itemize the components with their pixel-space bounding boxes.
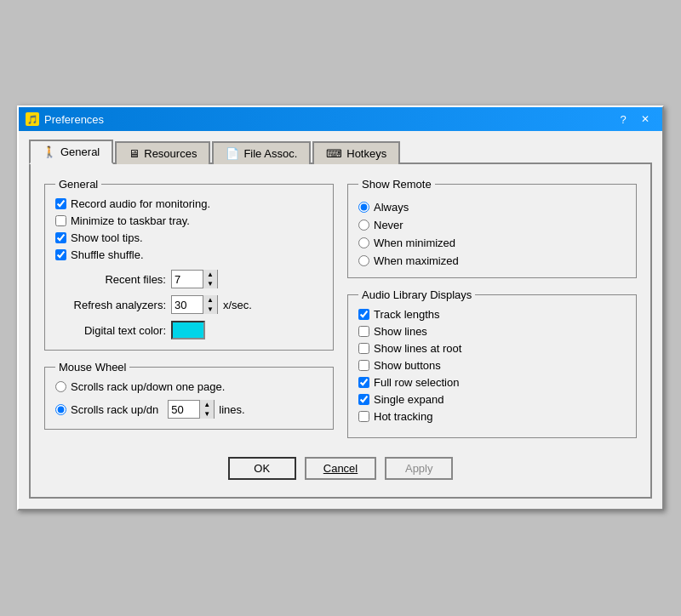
file-assoc-tab-icon: 📄 <box>226 147 239 160</box>
help-button[interactable]: ? <box>613 111 633 128</box>
lines-unit: lines. <box>219 403 244 416</box>
never-radio[interactable] <box>358 220 369 231</box>
recent-files-row: Recent files: ▲ ▼ <box>55 270 323 288</box>
show-lines-root-label: Show lines at root <box>374 342 461 355</box>
dialog-content: 🚶 General 🖥 Resources 📄 File Assoc. ⌨ Ho… <box>19 131 662 509</box>
scroll-page-row: Scrolls rack up/down one page. <box>55 380 323 393</box>
show-lines-row: Show lines <box>358 325 626 338</box>
apply-button[interactable]: Apply <box>385 457 453 480</box>
general-fieldset: General Record audio for monitoring. Min… <box>44 178 334 351</box>
resources-tab-icon: 🖥 <box>129 147 140 160</box>
show-buttons-row: Show buttons <box>358 359 626 372</box>
show-lines-root-row: Show lines at root <box>358 342 626 355</box>
never-row: Never <box>358 219 626 231</box>
minimized-label: When minimized <box>374 237 455 249</box>
main-panel: General Record audio for monitoring. Min… <box>29 164 652 499</box>
maximized-label: When maximized <box>374 254 459 267</box>
tab-resources[interactable]: 🖥 Resources <box>115 141 210 164</box>
always-radio[interactable] <box>358 202 369 213</box>
record-audio-checkbox[interactable] <box>55 198 66 209</box>
mouse-wheel-fieldset: Mouse Wheel Scrolls rack up/down one pag… <box>44 361 334 430</box>
recent-files-spinner: ▲ ▼ <box>171 270 218 288</box>
recent-files-decrement[interactable]: ▼ <box>203 279 217 288</box>
show-lines-label: Show lines <box>374 325 427 338</box>
refresh-spin-buttons: ▲ ▼ <box>203 295 217 314</box>
preferences-window: 🎵 Preferences ? ✕ 🚶 General 🖥 Resources … <box>17 106 664 510</box>
record-audio-label: Record audio for monitoring. <box>71 197 210 210</box>
refresh-label: Refresh analyzers: <box>55 299 166 311</box>
refresh-input[interactable] <box>172 296 203 313</box>
audio-library-fieldset: Audio Library Displays Track lengths Sho… <box>347 288 637 438</box>
show-remote-legend: Show Remote <box>358 178 435 191</box>
show-tooltips-checkbox[interactable] <box>55 232 66 243</box>
audio-library-legend: Audio Library Displays <box>358 288 475 301</box>
lines-decrement[interactable]: ▼ <box>200 409 214 419</box>
window-title: Preferences <box>44 113 104 126</box>
show-remote-fieldset: Show Remote Always Never <box>347 178 637 278</box>
cancel-button[interactable]: Cancel <box>305 457 376 480</box>
app-icon: 🎵 <box>26 112 39 126</box>
shuffle-checkbox[interactable] <box>55 249 66 260</box>
track-lengths-row: Track lengths <box>358 308 626 321</box>
refresh-decrement[interactable]: ▼ <box>203 305 217 314</box>
scroll-page-label: Scrolls rack up/down one page. <box>71 380 225 393</box>
show-buttons-checkbox[interactable] <box>358 360 369 371</box>
minimize-tray-checkbox[interactable] <box>55 215 66 226</box>
refresh-analyzers-row: Refresh analyzers: ▲ ▼ x/sec. <box>55 295 323 314</box>
general-legend: General <box>55 178 101 191</box>
full-row-selection-row: Full row selection <box>358 376 626 389</box>
show-tooltips-label: Show tool tips. <box>71 231 143 244</box>
minimized-radio[interactable] <box>358 237 369 248</box>
show-remote-options: Always Never When minimized <box>358 201 626 267</box>
scroll-dn-row: Scrolls rack up/dn ▲ ▼ lines. <box>55 400 323 419</box>
tab-hotkeys[interactable]: ⌨ Hotkeys <box>312 141 400 164</box>
tab-bar: 🚶 General 🖥 Resources 📄 File Assoc. ⌨ Ho… <box>29 138 652 164</box>
recent-files-increment[interactable]: ▲ <box>203 270 217 279</box>
shuffle-label: Shuffle shuffle. <box>71 248 144 261</box>
close-button[interactable]: ✕ <box>635 111 655 128</box>
shuffle-row: Shuffle shuffle. <box>55 248 323 261</box>
title-bar-left: 🎵 Preferences <box>26 112 104 126</box>
show-lines-checkbox[interactable] <box>358 326 369 337</box>
minimized-row: When minimized <box>358 237 626 249</box>
recent-files-label: Recent files: <box>55 273 166 286</box>
hot-tracking-checkbox[interactable] <box>358 411 369 422</box>
hot-tracking-label: Hot tracking <box>374 410 432 423</box>
recent-files-spin-buttons: ▲ ▼ <box>203 270 217 288</box>
track-lengths-checkbox[interactable] <box>358 309 369 320</box>
maximized-row: When maximized <box>358 254 626 267</box>
hot-tracking-row: Hot tracking <box>358 410 626 423</box>
single-expand-checkbox[interactable] <box>358 394 369 405</box>
lines-spinner: ▲ ▼ <box>168 400 215 419</box>
mouse-wheel-legend: Mouse Wheel <box>55 361 129 374</box>
recent-files-input[interactable] <box>172 271 203 288</box>
tab-general[interactable]: 🚶 General <box>29 140 113 164</box>
minimize-tray-label: Minimize to taskbar tray. <box>71 214 190 227</box>
scroll-dn-label: Scrolls rack up/dn <box>71 403 158 416</box>
color-picker-button[interactable] <box>171 321 205 339</box>
never-label: Never <box>374 219 403 231</box>
full-row-selection-checkbox[interactable] <box>358 377 369 388</box>
record-audio-row: Record audio for monitoring. <box>55 197 323 210</box>
digital-color-row: Digital text color: <box>55 321 323 339</box>
single-expand-row: Single expand <box>358 393 626 406</box>
lines-spin-buttons: ▲ ▼ <box>199 400 214 419</box>
left-column: General Record audio for monitoring. Min… <box>44 178 334 448</box>
always-label: Always <box>374 201 409 214</box>
single-expand-label: Single expand <box>374 393 444 406</box>
lines-increment[interactable]: ▲ <box>200 400 214 409</box>
show-tooltips-row: Show tool tips. <box>55 231 323 244</box>
maximized-radio[interactable] <box>358 255 369 266</box>
always-row: Always <box>358 201 626 214</box>
tab-file-assoc[interactable]: 📄 File Assoc. <box>212 141 311 164</box>
refresh-unit: x/sec. <box>223 299 252 311</box>
scroll-page-radio[interactable] <box>55 381 66 392</box>
refresh-increment[interactable]: ▲ <box>203 295 217 305</box>
minimize-tray-row: Minimize to taskbar tray. <box>55 214 323 227</box>
ok-button[interactable]: OK <box>228 457 296 480</box>
title-buttons: ? ✕ <box>613 111 655 128</box>
scroll-dn-radio[interactable] <box>55 404 66 415</box>
lines-input[interactable] <box>169 401 199 418</box>
general-tab-icon: 🚶 <box>43 145 56 158</box>
show-lines-root-checkbox[interactable] <box>358 343 369 354</box>
